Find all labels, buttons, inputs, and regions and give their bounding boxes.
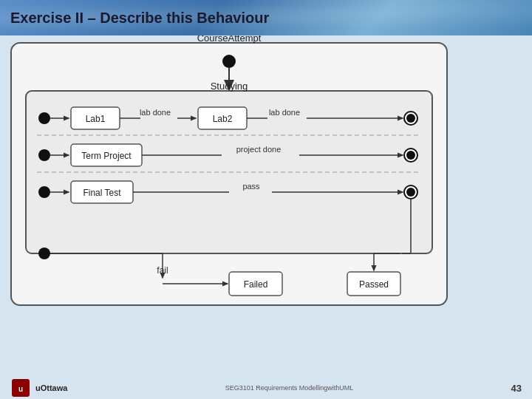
header-banner: Exercise II – Describe this Behaviour [0, 0, 532, 35]
start-node-fail [38, 248, 50, 259]
diagram-svg: CourseAttempt Studying Lab1 lab done [0, 35, 458, 331]
university-logo-icon: u [10, 378, 31, 398]
lab-done-label-1: lab done [140, 108, 171, 117]
start-node-final [38, 186, 50, 198]
lab-done-label-2: lab done [269, 108, 300, 117]
project-done-label: project done [236, 145, 282, 154]
final-test-label: Final Test [83, 188, 121, 198]
end-node-row3-inner [406, 188, 415, 197]
svg-text:u: u [18, 385, 23, 393]
page-number: 43 [511, 383, 522, 394]
university-name: uOttawa [35, 383, 67, 392]
studying-label: Studying [211, 81, 248, 92]
start-node-top [222, 55, 236, 68]
pass-label: pass [242, 182, 260, 191]
end-node-row2-inner [406, 151, 415, 160]
end-node-row1-inner [406, 114, 415, 123]
footer: u uOttawa SEG3101 Requirements Modelling… [0, 377, 532, 399]
failed-label: Failed [244, 279, 268, 290]
lab1-label: Lab1 [86, 114, 106, 124]
lab2-label: Lab2 [213, 114, 233, 124]
term-project-label: Term Project [81, 151, 132, 161]
start-node-lab1 [38, 112, 50, 124]
passed-label: Passed [359, 279, 389, 290]
course-attempt-label: CourseAttempt [197, 35, 262, 44]
footer-logo: u uOttawa [10, 378, 67, 398]
page-title: Exercise II – Describe this Behaviour [10, 10, 269, 27]
start-node-term [38, 149, 50, 161]
main-content: CourseAttempt Studying Lab1 lab done [0, 35, 532, 399]
course-code: SEG3101 Requirements ModellingwithUML [225, 384, 354, 392]
